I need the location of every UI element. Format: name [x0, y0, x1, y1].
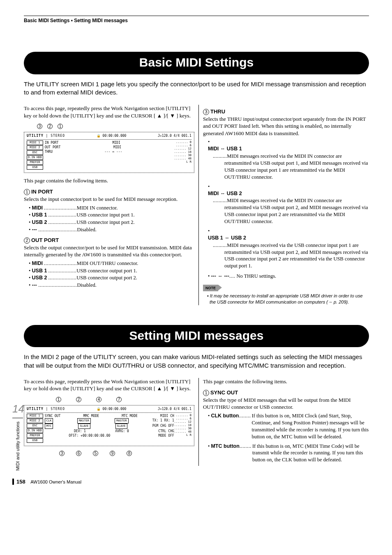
thru-heading: 3THRU	[203, 108, 369, 115]
sync-out-heading: 1SYNC OUT	[203, 389, 369, 396]
page-number: 158	[12, 479, 25, 485]
out-port-heading: 2OUT PORT	[24, 237, 194, 244]
thru-none: • --- ↔ ---.... No THRU settings.	[208, 273, 369, 280]
note-label: NOTE	[203, 285, 218, 291]
sync-out-desc: Selects the type of MIDI messages that w…	[203, 396, 369, 411]
section1-right-col: 3THRU Selects the THRU input/output conn…	[198, 105, 369, 305]
utility-midi1-screenshot: UTILITY | STEREO 🔒 00:00:00.000 J=120.0 …	[24, 132, 194, 173]
thru-list: • MIDI ↔ USB 1MIDI messages received via…	[208, 138, 369, 269]
out-port-desc: Selects the output connector/port to be …	[24, 244, 194, 258]
page-footer: 158 AW1600 Owner's Manual	[12, 478, 369, 486]
ss2-callouts-bottom: 36598	[24, 450, 194, 456]
in-port-list: • MIDI ......................MIDI IN con…	[29, 205, 194, 234]
chapter-tab: 14 MIDI and utility functions	[12, 402, 23, 471]
access-text-1: To access this page, repeatedly press th…	[24, 105, 194, 119]
access-text-2: To access this page, repeatedly press th…	[24, 378, 194, 392]
manual-title: AW1600 Owner's Manual	[30, 479, 81, 484]
breadcrumb: Basic MIDI Settings • Setting MIDI messa…	[24, 16, 369, 24]
section2-left-col: To access this page, repeatedly press th…	[24, 378, 194, 466]
section1-left-col: To access this page, repeatedly press th…	[24, 105, 194, 305]
chapter-label: MIDI and utility functions	[15, 421, 21, 471]
section-title-basic-midi: Basic MIDI Settings	[24, 52, 369, 74]
note-body: It may be necessary to install an approp…	[210, 293, 369, 305]
sync-out-list: • CLK button........ If this button is o…	[208, 412, 369, 463]
section-title-setting-midi: Setting MIDI messages	[24, 325, 369, 348]
thru-desc: Selects the THRU input/output connector/…	[203, 115, 369, 137]
in-port-heading: 1IN PORT	[24, 188, 194, 196]
in-port-desc: Selects the input connector/port to be u…	[24, 196, 194, 203]
out-port-list: • MIDI ......................MIDI OUT/TH…	[29, 260, 194, 289]
utility-midi2-screenshot: UTILITY | STEREO 🔒 00:00:00.000 J=120.0 …	[24, 405, 194, 446]
ss1-callouts-top: 321	[24, 123, 194, 129]
chapter-number: 14	[12, 402, 23, 418]
after-ss-text-1: This page contains the following items.	[24, 177, 194, 184]
ss2-callouts-top: 1247	[24, 396, 194, 403]
section1-intro: The UTILITY screen MIDI 1 page lets you …	[24, 80, 369, 97]
after-ss-text-2: This page contains the following items.	[203, 378, 369, 385]
section2-right-col: This page contains the following items. …	[198, 378, 369, 466]
section2-intro: In the MIDI 2 page of the UTILITY screen…	[24, 353, 369, 370]
